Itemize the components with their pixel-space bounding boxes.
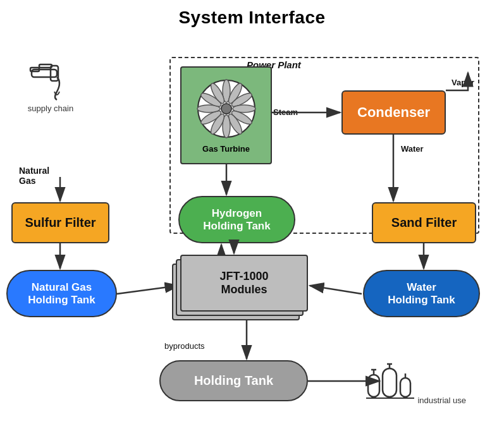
diagram: System Interface Power Plant supply chai…: [0, 0, 504, 443]
gas-turbine-node: Gas Turbine: [180, 66, 272, 164]
natural-gas-label: Natural Gas: [19, 166, 49, 186]
vapor-label: Vapor: [452, 78, 474, 87]
sand-filter-node: Sand Filter: [372, 202, 476, 243]
steam-label: Steam: [273, 107, 298, 117]
svg-rect-3: [39, 64, 52, 68]
water-holding-tank-node: Water Holding Tank: [363, 270, 480, 317]
svg-rect-19: [368, 375, 379, 397]
sulfur-filter-node: Sulfur Filter: [11, 202, 109, 243]
ng-holding-tank-node: Natural Gas Holding Tank: [6, 270, 117, 317]
water-label: Water: [401, 144, 424, 154]
supply-chain-icon: supply chain: [25, 57, 76, 113]
svg-point-18: [221, 104, 231, 114]
svg-rect-21: [400, 378, 410, 397]
gas-turbine-label: Gas Turbine: [195, 144, 258, 154]
page-title: System Interface: [0, 0, 504, 28]
holding-tank-node: Holding Tank: [159, 360, 308, 401]
svg-rect-20: [383, 368, 396, 397]
supply-chain-label: supply chain: [28, 104, 73, 113]
industrial-use-icon: industrial use: [365, 362, 466, 405]
hydrogen-holding-tank-node: Hydrogen Holding Tank: [178, 196, 295, 243]
svg-line-32: [117, 286, 179, 294]
condenser-node: Condenser: [341, 90, 446, 135]
byproducts-label: byproducts: [164, 341, 205, 351]
jft-modules-node: JFT-1000 Modules: [180, 255, 308, 312]
svg-line-39: [310, 286, 362, 294]
industrial-use-label: industrial use: [417, 396, 466, 405]
